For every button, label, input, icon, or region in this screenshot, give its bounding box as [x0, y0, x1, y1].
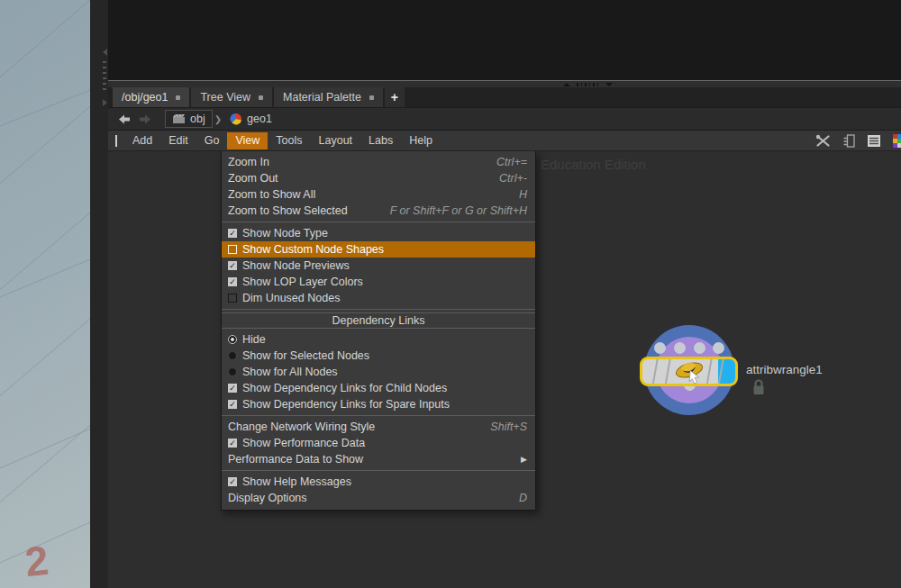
menu-item-label: Performance Data to Show	[228, 453, 363, 466]
menu-item-show-for-selected-nodes[interactable]: Show for Selected Nodes	[222, 348, 535, 364]
menu-item-label: Show Node Type	[242, 227, 328, 240]
menubar-item-add[interactable]: Add	[124, 132, 160, 149]
menu-item-show-lop-layer-colors[interactable]: Show LOP Layer Colors	[222, 274, 535, 290]
path-segment-label: obj	[190, 113, 205, 125]
splitter-arrow-left-icon[interactable]	[103, 49, 107, 56]
menu-item-label: Dim Unused Nodes	[242, 292, 340, 304]
network-menu-bar: AddEditGoViewToolsLayoutLabsHelp	[108, 131, 901, 151]
tab-material-palette[interactable]: Material Palette	[274, 87, 383, 107]
node-attribwrangle1[interactable]: attribwrangle1	[638, 322, 901, 426]
scene-icon	[172, 113, 186, 124]
lock-icon	[751, 378, 766, 400]
menu-item-dim-unused-nodes[interactable]: Dim Unused Nodes	[222, 290, 535, 306]
menu-item-show-node-type[interactable]: Show Node Type	[222, 225, 535, 241]
tab-label: Material Palette	[283, 91, 361, 104]
tab-close-icon[interactable]	[176, 95, 180, 100]
path-segment-label: geo1	[247, 113, 272, 125]
menu-item-label: Show for All Nodes	[242, 366, 338, 378]
node-pip	[674, 342, 686, 354]
path-segment-obj[interactable]: obj	[165, 110, 213, 128]
menu-item-performance-data-to-show[interactable]: Performance Data to Show▶	[222, 451, 535, 467]
checkbox-checked-icon	[228, 261, 237, 270]
node-pip	[654, 342, 666, 354]
menu-item-hide[interactable]: Hide	[222, 331, 535, 348]
menu-item-label: Display Options	[228, 492, 307, 504]
tab-label: /obj/geo1	[122, 91, 168, 104]
menu-item-show-custom-node-shapes[interactable]: Show Custom Node Shapes	[222, 241, 535, 258]
menubar-item-edit[interactable]: Edit	[160, 132, 196, 149]
node-pip	[694, 342, 705, 354]
splitter-grip-icon[interactable]	[577, 83, 598, 86]
menubar-item-tools[interactable]: Tools	[268, 132, 310, 149]
checkbox-checked-icon	[228, 384, 237, 393]
menu-item-label: Zoom to Show Selected	[228, 204, 348, 217]
menu-item-zoom-to-show-selected[interactable]: Zoom to Show SelectedF or Shift+F or G o…	[222, 203, 535, 219]
menu-item-show-dependency-links-for-spare-inputs[interactable]: Show Dependency Links for Spare Inputs	[222, 396, 535, 412]
menu-item-zoom-out[interactable]: Zoom OutCtrl+-	[222, 170, 535, 186]
checkbox-checked-icon	[228, 477, 237, 486]
tab-label: Tree View	[200, 91, 250, 104]
list-icon[interactable]	[867, 134, 881, 148]
path-segment-geo1[interactable]: geo1	[223, 110, 278, 128]
forward-button[interactable]	[138, 113, 152, 125]
menubar-item-go[interactable]: Go	[196, 132, 228, 149]
checkbox-unchecked-icon	[228, 294, 237, 303]
menubar-item-labs[interactable]: Labs	[360, 132, 401, 149]
horizontal-pane-splitter[interactable]	[108, 80, 901, 87]
color-palette-icon[interactable]	[893, 134, 901, 148]
menu-item-label: Show Node Previews	[242, 259, 350, 272]
grid-axis-numeral: 2	[23, 536, 50, 586]
menu-item-shortcut: F or Shift+F or G or Shift+H	[390, 204, 527, 217]
checkbox-checked-icon	[228, 439, 237, 448]
checkbox-checked-icon	[228, 277, 237, 286]
tab-tree-view[interactable]: Tree View	[191, 87, 272, 107]
menu-item-show-performance-data[interactable]: Show Performance Data	[222, 435, 535, 451]
node-label[interactable]: attribwrangle1	[746, 363, 823, 376]
new-tab-button[interactable]: +	[385, 87, 405, 107]
vertical-pane-splitter[interactable]	[90, 0, 108, 588]
radio-unselected-icon	[228, 367, 237, 376]
menu-item-zoom-in[interactable]: Zoom InCtrl+=	[222, 154, 535, 170]
tab-obj-geo1[interactable]: /obj/geo1	[113, 87, 189, 107]
checkbox-checked-icon	[228, 229, 237, 238]
menu-item-label: Show Help Messages	[242, 475, 351, 488]
tab-close-icon[interactable]	[259, 95, 263, 100]
menu-item-display-options[interactable]: Display OptionsD	[222, 490, 535, 506]
tab-close-icon[interactable]	[369, 95, 374, 100]
menu-item-label: Show LOP Layer Colors	[242, 276, 363, 288]
menu-item-shortcut: Shift+S	[490, 421, 527, 433]
menubar-item-layout[interactable]: Layout	[311, 132, 361, 149]
checkbox-checked-icon	[228, 400, 237, 409]
menu-item-label: Show for Selected Nodes	[242, 349, 369, 362]
menu-item-label: Show Performance Data	[242, 437, 365, 449]
node-body[interactable]	[640, 357, 738, 386]
wrangle-hat-icon	[670, 358, 708, 385]
network-canvas[interactable]: Education Edition	[108, 151, 901, 588]
geometry-icon	[230, 113, 242, 125]
menu-section-header: Dependency Links	[222, 312, 535, 329]
menu-item-show-for-all-nodes[interactable]: Show for All Nodes	[222, 364, 535, 380]
menu-item-show-node-previews[interactable]: Show Node Previews	[222, 258, 535, 274]
node-tree-icon[interactable]	[842, 134, 855, 148]
tools-icon[interactable]	[815, 134, 831, 148]
menubar-item-help[interactable]: Help	[401, 132, 441, 149]
menu-item-show-help-messages[interactable]: Show Help Messages	[222, 474, 535, 490]
splitter-expand-down-icon[interactable]	[605, 83, 613, 86]
menu-item-change-network-wiring-style[interactable]: Change Network Wiring StyleShift+S	[222, 419, 535, 435]
node-pip	[713, 342, 724, 354]
splitter-grip-icon[interactable]	[103, 61, 106, 94]
splitter-arrow-right-icon[interactable]	[103, 99, 107, 106]
network-editor-pane: /obj/geo1Tree ViewMaterial Palette+ obj …	[108, 0, 901, 588]
menu-item-shortcut: Ctrl+-	[499, 172, 527, 185]
menubar-item-view[interactable]: View	[227, 132, 268, 149]
back-button[interactable]	[117, 113, 132, 125]
splitter-expand-up-icon[interactable]	[563, 83, 570, 86]
viewport-3d[interactable]: 2	[0, 0, 90, 588]
pane-tab-bar: /obj/geo1Tree ViewMaterial Palette+	[108, 87, 901, 107]
menubar-drag-handle[interactable]	[115, 135, 117, 147]
menu-item-label: Hide	[242, 333, 266, 346]
menu-item-shortcut: H	[519, 188, 527, 201]
menu-item-zoom-to-show-all[interactable]: Zoom to Show AllH	[222, 186, 535, 203]
menu-item-show-dependency-links-for-child-nodes[interactable]: Show Dependency Links for Child Nodes	[222, 380, 535, 396]
collapsed-top-pane	[108, 0, 901, 80]
